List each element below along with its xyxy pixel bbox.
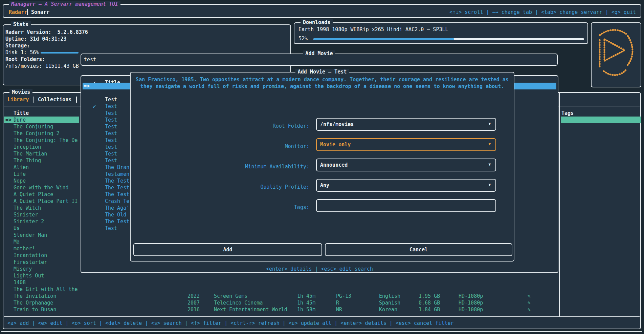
add-movie-title: Add Movie — [303, 50, 335, 57]
movie-list-item[interactable]: Life — [4, 171, 79, 178]
movie-list-item[interactable]: Slender Man — [4, 232, 79, 238]
movie-list-item[interactable]: The Thing — [4, 157, 79, 164]
movie-list-item[interactable]: The Martian — [4, 150, 79, 157]
movie-list-item[interactable]: Alien — [4, 164, 79, 171]
keybar-separator — [4, 316, 640, 317]
modal-buttons: Add Cancel — [131, 243, 514, 256]
field-label: Root Folder: — [273, 121, 309, 131]
movie-quality-profile: HD-1080p — [459, 306, 483, 313]
movie-list-item[interactable]: Dune — [4, 117, 79, 123]
movie-list: Dune The Conjuring The Conjuring 2 The C… — [4, 117, 79, 313]
form-row: Quality Profile: Any ▼ — [131, 177, 514, 197]
movie-list-item[interactable]: Misery — [4, 266, 79, 272]
movie-language: Spanish — [379, 299, 400, 306]
edit-pencil-icon: ✎ — [528, 306, 531, 313]
movie-title: The Conjuring: The De — [14, 137, 78, 143]
movie-year: 2016 — [187, 306, 200, 313]
movie-runtime: 1h 45m — [297, 293, 315, 299]
title-column-header: Title — [14, 110, 29, 117]
movie-title: Us — [14, 225, 20, 231]
movie-list-item[interactable]: Inception — [4, 144, 79, 150]
movie-list-item[interactable]: Incantation — [4, 252, 79, 259]
field-dropdown[interactable]: Any ▼ — [316, 179, 496, 192]
movie-title: The Girl with All the — [14, 286, 78, 292]
movie-title: The Conjuring — [14, 124, 53, 130]
movie-list-item[interactable]: Gone with the Wind — [4, 184, 79, 191]
movie-title: mother! — [14, 246, 35, 252]
disk-usage-gauge — [41, 52, 79, 54]
movie-title: Firestarter — [14, 259, 47, 265]
movie-list-item[interactable]: mother! — [4, 245, 79, 252]
logo-panel — [591, 22, 641, 87]
movie-title: Misery — [14, 266, 32, 272]
movie-list-item[interactable]: A Quiet Place — [4, 191, 79, 198]
radarr-version: Radarr Version: 5.2.6.8376 — [5, 29, 88, 36]
chevron-down-icon: ▼ — [488, 183, 491, 187]
field-dropdown[interactable]: /nfs/movies ▼ — [316, 118, 496, 131]
movie-overview-line2: they navigate a world full of risks and … — [131, 83, 514, 90]
field-dropdown[interactable]: Announced ▼ — [316, 159, 496, 171]
add-movie-search-panel: Add Movie test — [81, 54, 558, 66]
tab-divider — [76, 97, 77, 103]
movie-title: Sinister 2 — [14, 218, 44, 225]
movie-language: Korean — [379, 306, 397, 313]
movie-title: Nope — [14, 178, 26, 184]
library-keybinds: <a> add | <e> edit | <o> sort | <del> de… — [7, 320, 454, 327]
movie-certification: NR — [336, 306, 342, 313]
movie-list-item[interactable]: The Conjuring 2 — [4, 130, 79, 137]
field-dropdown[interactable]: Movie only ▼ — [316, 138, 496, 151]
movie-detail-row[interactable]: 2007 Telecinco Cinema 1h 45m R Spanish 0… — [3, 299, 558, 306]
movie-list-item[interactable]: The Girl with All the — [4, 286, 79, 293]
movie-studio: Telecinco Cinema — [214, 299, 263, 306]
tab-radarr[interactable]: Radarr — [9, 9, 27, 16]
movie-detail-row[interactable]: 2022 Screen Gems 1h 45m PG-13 English 1.… — [3, 293, 558, 299]
field-value: Movie only — [320, 141, 351, 148]
field-label: Quality Profile: — [261, 182, 310, 192]
search-input[interactable]: test — [84, 56, 96, 63]
edit-pencil-icon: ✎ — [528, 293, 531, 299]
field-dropdown[interactable] — [316, 199, 496, 212]
tab-sonarr[interactable]: Sonarr — [31, 9, 49, 16]
add-button[interactable]: Add — [133, 243, 322, 256]
movie-title: A Quiet Place Part II — [14, 198, 78, 204]
movie-list-item[interactable]: The Witch — [4, 205, 79, 211]
field-value: Announced — [320, 162, 348, 168]
add-movie-modal: Add Movie – Test San Francisco, 1985. Tw… — [130, 72, 514, 262]
tab-collections[interactable]: Collections — [38, 96, 71, 103]
movie-title: Inception — [14, 144, 41, 150]
field-value: Any — [320, 182, 329, 189]
movie-list-item[interactable]: Sinister 2 — [4, 218, 79, 225]
movie-list-item[interactable]: 1408 — [4, 279, 79, 286]
download-percent: 52% — [298, 35, 308, 42]
movie-list-item[interactable]: Firestarter — [4, 259, 79, 266]
movie-list-item[interactable]: Lights Out — [4, 272, 79, 279]
movie-list-item[interactable]: A Quiet Place Part II — [4, 198, 79, 205]
movie-title: Alien — [14, 164, 29, 170]
field-label: Monitor: — [285, 142, 309, 151]
results-keybinds: <enter> details | <esc> edit search — [81, 266, 558, 272]
movie-list-item[interactable]: The Conjuring: The De — [4, 137, 79, 144]
movie-list-item[interactable]: Ma — [4, 238, 79, 245]
chevron-down-icon: ▼ — [488, 142, 491, 146]
movie-quality-profile: HD-1080p — [459, 299, 483, 306]
chevron-down-icon: ▼ — [488, 122, 491, 126]
movie-certification: PG-13 — [336, 293, 351, 299]
movie-title: 1408 — [14, 279, 26, 286]
root-folder-value: /nfs/movies: 11511.43 GB — [5, 63, 79, 69]
field-value: /nfs/movies — [320, 121, 354, 128]
movie-overview-line1: San Francisco, 1985. Two opposites attra… — [131, 76, 514, 83]
managarr-app: Managarr – A Servarr management TUI Rada… — [0, 0, 644, 334]
tags-column-divider — [559, 93, 560, 316]
movie-list-item[interactable]: The Conjuring — [4, 123, 79, 130]
result-selection-arrow: => — [84, 83, 90, 89]
movie-size: 1.95 GB — [419, 293, 440, 299]
tab-library[interactable]: Library — [7, 96, 29, 103]
movie-list-item[interactable]: Us — [4, 225, 79, 232]
movie-title: Dune — [14, 117, 26, 123]
global-keybinds: <↑↓> scroll | ←→ change tab | <tab> chan… — [449, 9, 636, 16]
movie-list-item[interactable]: Sinister — [4, 211, 79, 218]
movies-title: Movies — [9, 89, 32, 95]
movie-detail-row[interactable]: 2016 Next Entertainment World 1h 58m NR … — [3, 306, 558, 313]
movie-list-item[interactable]: Nope — [4, 178, 79, 184]
cancel-button[interactable]: Cancel — [325, 243, 512, 256]
